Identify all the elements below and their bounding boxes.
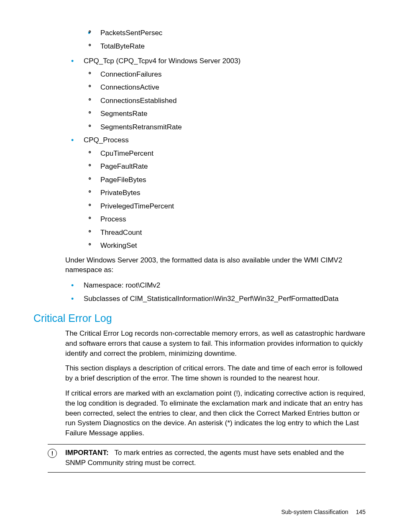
callout-body: IMPORTANT: To mark entries as corrected,… [65,448,366,468]
footer-page-number: 145 [356,509,366,515]
list-item: PageFaultRate [88,161,366,172]
list-main: CPQ_Tcp (CPQ_Tcpv4 for Windows Server 20… [33,56,366,251]
callout-label: IMPORTANT: [65,449,109,457]
list-item: PageFileBytes [88,175,366,185]
list-item: SegmentsRetransmitRate [88,122,366,133]
list-item: ThreadCount [88,227,366,238]
alert-icon: ! [48,449,57,458]
list-item: ConnectionsActive [88,82,366,93]
list-item: PrivateBytes [88,188,366,198]
list-item-cpq-process: CPQ_Process CpuTimePercent PageFaultRate… [71,135,366,251]
list-item: TotalByteRate [88,41,366,52]
sublist-cpq-process: CpuTimePercent PageFaultRate PageFileByt… [84,148,366,251]
list-item: WorkingSet [88,240,366,251]
footer-section: Sub-system Classification [281,509,348,515]
list-item: ConnectionFailures [88,69,366,80]
document-page: PacketsSentPersec TotalByteRate CPQ_Tcp … [0,0,399,532]
heading-critical-error-log: Critical Error Log [33,312,366,324]
list-item: PrivelegedTimePercent [88,201,366,212]
list-item-cpq-tcp: CPQ_Tcp (CPQ_Tcpv4 for Windows Server 20… [71,56,366,132]
list-item: Process [88,214,366,225]
list-continuation: PacketsSentPersec TotalByteRate [33,28,366,51]
sublist-cpq-tcp: ConnectionFailures ConnectionsActive Con… [84,69,366,133]
paragraph-crit-1: The Critical Error Log records non-corre… [65,329,366,358]
sublist-orphan: PacketsSentPersec TotalByteRate [88,28,366,51]
list-namespace: Namespace: root\CIMv2 Subclasses of CIM_… [33,280,366,304]
list-item: SegmentsRate [88,108,366,119]
list-item: PacketsSentPersec [88,28,366,39]
page-footer: Sub-system Classification 145 [281,509,366,515]
paragraph-under: Under Windows Server 2003, the formatted… [65,255,366,275]
paragraph-crit-2: This section displays a description of c… [65,363,366,383]
paragraph-crit-3: If critical errors are marked with an ex… [65,388,366,438]
bullet-label: CPQ_Tcp (CPQ_Tcpv4 for Windows Server 20… [84,57,240,65]
bullet-label: CPQ_Process [84,136,129,144]
list-item: ConnectionsEstablished [88,95,366,106]
important-callout: ! IMPORTANT: To mark entries as correcte… [48,444,366,473]
list-item: Namespace: root\CIMv2 [71,280,366,291]
list-item: CpuTimePercent [88,148,366,159]
list-item: Subclasses of CIM_StatisticalInformation… [71,293,366,304]
